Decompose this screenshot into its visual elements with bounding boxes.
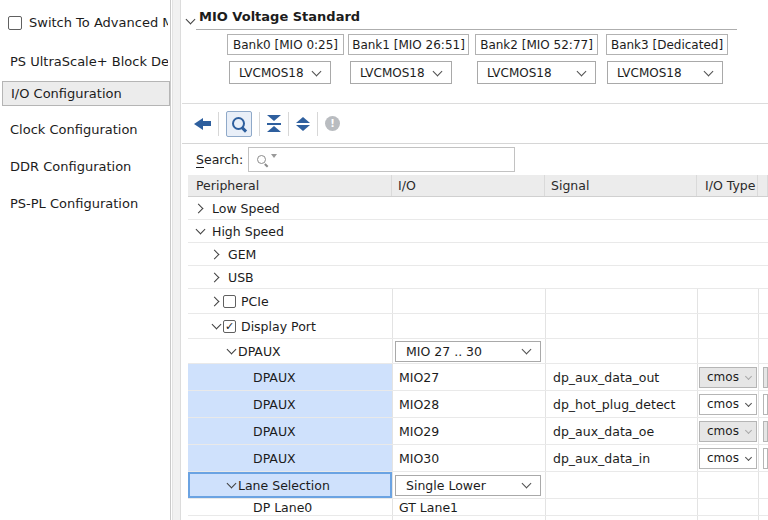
collapse-all-button[interactable] xyxy=(267,115,281,132)
bank-voltage-value: LVCMOS18 xyxy=(351,66,434,80)
collapse-all-icon-bar xyxy=(267,123,281,125)
back-arrow-icon-tail xyxy=(203,121,211,126)
row-label: DP Lane0 xyxy=(253,500,312,515)
io-type-dropdown[interactable]: cmos xyxy=(699,421,757,442)
collapse-chevron-icon[interactable] xyxy=(227,481,235,489)
table-row-low-speed[interactable]: Low Speed xyxy=(188,197,768,220)
io-value: GT Lane1 xyxy=(399,500,458,515)
validation-status-icon: ! xyxy=(325,116,340,131)
toolbar-separator xyxy=(317,112,318,136)
sidebar-item-io-configuration[interactable]: I/O Configuration xyxy=(2,81,170,106)
table-row-pcie[interactable]: PCIe xyxy=(188,289,768,314)
expand-chevron-icon[interactable] xyxy=(212,273,220,281)
bank-voltage-value: LVCMOS18 xyxy=(230,66,313,80)
row-label: Display Port xyxy=(241,319,316,334)
table-row-dpaux-mio28[interactable]: DPAUX MIO28 dp_hot_plug_detect cmos xyxy=(188,391,768,418)
collapse-chevron-icon[interactable] xyxy=(227,347,235,355)
advanced-mode-row[interactable]: Switch To Advanced Mo xyxy=(8,15,168,30)
collapse-all-icon xyxy=(267,126,281,132)
search-icon xyxy=(231,116,247,132)
row-label: USB xyxy=(228,270,254,285)
sidebar-item-label: I/O Configuration xyxy=(11,86,122,101)
chevron-down-icon xyxy=(745,426,752,433)
row-label: Low Speed xyxy=(212,201,280,216)
io-type-dropdown-partial[interactable] xyxy=(763,394,768,415)
back-arrow-button[interactable] xyxy=(194,118,211,130)
chevron-down-icon xyxy=(704,66,714,76)
bank0-label: Bank0 [MIO 0:25] xyxy=(227,34,344,55)
table-row-dp-lane0[interactable]: DP Lane0 GT Lane1 xyxy=(188,499,768,516)
table-toolbar: ! xyxy=(182,103,768,144)
advanced-mode-checkbox[interactable] xyxy=(8,16,22,30)
table-row-lane-selection[interactable]: Lane Selection Single Lower xyxy=(188,472,768,499)
chevron-down-icon xyxy=(522,345,532,355)
expand-chevron-icon[interactable] xyxy=(212,250,220,258)
column-header-label: I/O Type xyxy=(705,178,755,193)
column-header-io[interactable]: I/O xyxy=(392,175,545,196)
signal-value: dp_aux_data_oe xyxy=(553,424,654,439)
io-type-dropdown-partial[interactable] xyxy=(763,448,768,469)
io-type-dropdown[interactable]: cmos xyxy=(699,367,757,388)
dropdown-value: cmos xyxy=(700,370,746,384)
bank-voltage-value: LVCMOS18 xyxy=(478,66,578,80)
row-label: DPAUX xyxy=(253,370,296,385)
bank3-voltage-dropdown[interactable]: LVCMOS18 xyxy=(607,61,723,84)
sidebar-item-block-design[interactable]: PS UltraScale+ Block Desig xyxy=(8,50,168,73)
chevron-down-icon xyxy=(745,453,752,460)
display-port-enable-checkbox[interactable] xyxy=(223,320,236,333)
sidebar-item-label: PS UltraScale+ Block Desig xyxy=(10,54,168,69)
expand-chevron-icon[interactable] xyxy=(212,297,220,305)
signal-value: dp_aux_data_in xyxy=(553,451,650,466)
dropdown-value: cmos xyxy=(700,424,746,438)
section-collapse-icon[interactable] xyxy=(186,17,194,25)
dpaux-mio-range-dropdown[interactable]: MIO 27 .. 30 xyxy=(395,341,541,362)
sidebar-item-clock-configuration[interactable]: Clock Configuration xyxy=(8,118,168,141)
column-header-peripheral[interactable]: Peripheral xyxy=(188,175,392,196)
table-row-usb[interactable]: USB xyxy=(188,266,768,289)
table-row-dpaux-mio29[interactable]: DPAUX MIO29 dp_aux_data_oe cmos xyxy=(188,418,768,445)
search-label-rest: earch: xyxy=(204,152,243,167)
pcie-enable-checkbox[interactable] xyxy=(223,295,236,308)
column-header-signal[interactable]: Signal xyxy=(545,175,697,196)
table-row-partial xyxy=(188,516,768,520)
io-configuration-page: Switch To Advanced Mo PS UltraScale+ Blo… xyxy=(0,0,768,520)
expand-all-icon xyxy=(296,117,310,123)
io-type-dropdown-partial[interactable] xyxy=(763,367,768,388)
table-row-high-speed[interactable]: High Speed xyxy=(188,220,768,243)
signal-value: dp_hot_plug_detect xyxy=(553,397,675,412)
bank-name: Bank2 [MIO 52:77] xyxy=(480,38,593,52)
main-panel: MIO Voltage Standard Bank0 [MIO 0:25] Ba… xyxy=(182,0,768,520)
expand-chevron-icon[interactable] xyxy=(196,204,204,212)
bank0-voltage-dropdown[interactable]: LVCMOS18 xyxy=(229,61,331,84)
lane-selection-dropdown[interactable]: Single Lower xyxy=(395,475,541,496)
dropdown-value: cmos xyxy=(700,451,746,465)
chevron-down-icon xyxy=(312,66,322,76)
row-label: High Speed xyxy=(212,224,284,239)
expand-all-button[interactable] xyxy=(296,117,310,131)
table-row-dpaux-group[interactable]: DPAUX MIO 27 .. 30 xyxy=(188,339,768,364)
table-row-display-port[interactable]: Display Port xyxy=(188,314,768,339)
io-type-dropdown[interactable]: cmos xyxy=(699,448,757,469)
io-value: MIO30 xyxy=(399,451,439,466)
dropdown-value: cmos xyxy=(700,397,746,411)
panel-splitter[interactable] xyxy=(172,0,181,520)
search-label: Search: xyxy=(196,152,243,167)
io-type-dropdown[interactable]: cmos xyxy=(699,394,757,415)
bank2-voltage-dropdown[interactable]: LVCMOS18 xyxy=(477,61,596,84)
sidebar-item-ps-pl-configuration[interactable]: PS-PL Configuration xyxy=(8,192,168,215)
collapse-chevron-icon[interactable] xyxy=(196,227,204,235)
table-row-dpaux-mio27[interactable]: DPAUX MIO27 dp_aux_data_out cmos xyxy=(188,364,768,391)
table-row-dpaux-mio30[interactable]: DPAUX MIO30 dp_aux_data_in cmos xyxy=(188,445,768,472)
sidebar-item-ddr-configuration[interactable]: DDR Configuration xyxy=(8,155,168,178)
search-input[interactable] xyxy=(248,147,515,172)
row-label: DPAUX xyxy=(253,451,296,466)
table-row-gem[interactable]: GEM xyxy=(188,243,768,266)
sidebar-item-label: DDR Configuration xyxy=(10,159,131,174)
search-toggle-button[interactable] xyxy=(226,111,252,137)
collapse-chevron-icon[interactable] xyxy=(212,322,220,330)
io-type-dropdown-partial[interactable] xyxy=(763,421,768,442)
row-label: GEM xyxy=(228,247,256,262)
bank-name: Bank1 [MIO 26:51] xyxy=(352,38,465,52)
column-header-io-type[interactable]: I/O Type xyxy=(697,175,758,196)
bank1-voltage-dropdown[interactable]: LVCMOS18 xyxy=(350,61,452,84)
